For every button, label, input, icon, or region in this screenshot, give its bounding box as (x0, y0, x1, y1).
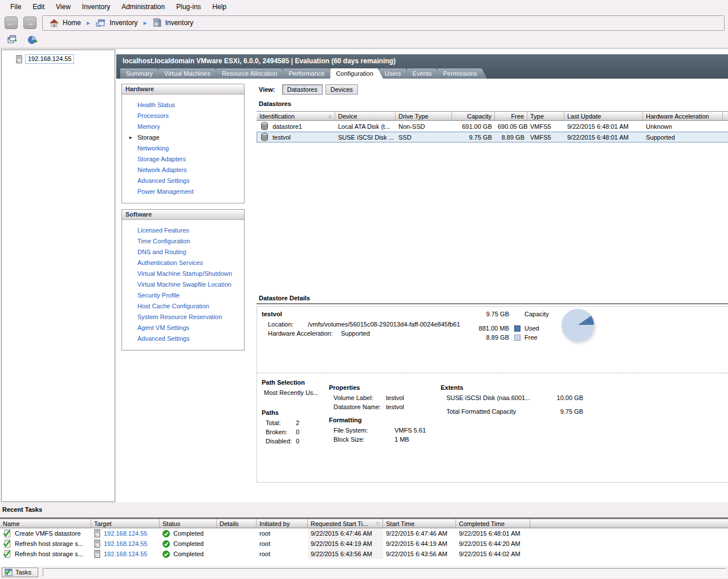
task-initiated-by-cell: root (257, 530, 308, 537)
datastores-column-header-free[interactable]: Free (495, 112, 527, 120)
tasks-column-header-name[interactable]: Name (0, 519, 91, 528)
datastores-column-header-capacity[interactable]: Capacity (452, 112, 495, 120)
menu-item-view[interactable]: View (50, 1, 76, 13)
back-button[interactable]: ← (5, 17, 18, 29)
recent-tasks-title: Recent Tasks (0, 503, 728, 513)
breadcrumb-separator-icon: ▶ (87, 21, 90, 26)
datastore-details-panel: testvol Location: /vmfs/volumes/56015c08… (257, 306, 728, 483)
breadcrumb-item-inventory-2[interactable]: Inventory (153, 18, 193, 27)
menu-item-help[interactable]: Help (207, 1, 233, 13)
datastores-column-header-hardware-acceleration[interactable]: Hardware Acceleration (643, 112, 723, 120)
hardware-link-networking[interactable]: Networking (122, 143, 244, 154)
tab-performance[interactable]: Performance (283, 68, 334, 79)
menu-item-administration[interactable]: Administration (116, 1, 170, 13)
software-link-time-configuration[interactable]: Time Configuration (122, 236, 244, 247)
task-target-link[interactable]: 192.168.124.55 (104, 540, 147, 547)
software-link-system-resource-reservation[interactable]: System Resource Reservation (122, 312, 244, 323)
recent-tasks-table: NameTargetStatusDetailsInitiated byReque… (0, 517, 728, 566)
datastore-cell-free: 690.05 GB (495, 123, 527, 130)
menu-item-inventory[interactable]: Inventory (76, 1, 116, 13)
tab-resource-allocation[interactable]: Resource Allocation (216, 68, 287, 79)
datastores-column-header-type[interactable]: Type (527, 112, 564, 120)
breadcrumb-item-inventory-1[interactable]: Inventory (96, 18, 137, 27)
tasks-column-header-requested-start-ti[interactable]: Requested Start Ti...▽ (308, 519, 383, 528)
tasks-column-header-details[interactable]: Details (217, 519, 257, 528)
datastore-row-testvol[interactable]: testvolSUSE iSCSI Disk ...SSD9.75 GB8.89… (257, 132, 728, 142)
host-icon (94, 529, 100, 537)
free-label: Free (524, 334, 538, 341)
task-target-link[interactable]: 192.168.124.55 (104, 551, 147, 557)
software-link-virtual-machine-startup-shutdown[interactable]: Virtual Machine Startup/Shutdown (122, 268, 244, 279)
software-link-security-profile[interactable]: Security Profile (122, 290, 244, 301)
task-target-link[interactable]: 192.168.124.55 (104, 530, 147, 537)
location-value: /vmfs/volumes/56015c08-292013d4-faff-002… (308, 321, 460, 328)
task-target-cell: 192.168.124.55 (91, 550, 160, 558)
details-summary-block: testvol Location: /vmfs/volumes/56015c08… (257, 307, 728, 373)
menu-item-file[interactable]: File (5, 1, 27, 13)
software-link-dns-and-routing[interactable]: DNS and Routing (122, 247, 244, 258)
paths-broken-label: Broken: (262, 427, 296, 437)
total-formatted-capacity-value: 9.75 GB (560, 407, 583, 416)
completed-icon (162, 530, 170, 537)
hardware-link-storage-adapters[interactable]: Storage Adapters (122, 154, 244, 165)
menu-item-plug-ins[interactable]: Plug-ins (170, 1, 206, 13)
tasks-column-header-initiated-by[interactable]: Initiated by (257, 519, 308, 528)
free-legend-swatch (514, 335, 520, 341)
tab-events[interactable]: Events (407, 68, 442, 79)
sort-ascending-icon: △ (328, 113, 332, 119)
tasks-column-header-start-time[interactable]: Start Time (383, 519, 456, 528)
view-button-devices[interactable]: Devices (326, 84, 358, 95)
datastores-column-header-drive-type[interactable]: Drive Type (396, 112, 452, 120)
task-start-time-cell: 9/22/2015 6:47:46 AM (383, 530, 456, 537)
hardware-link-processors[interactable]: Processors (122, 111, 244, 121)
software-link-advanced-settings[interactable]: Advanced Settings (122, 333, 244, 344)
datastore-icon (261, 133, 269, 141)
hardware-link-network-adapters[interactable]: Network Adapters (122, 165, 244, 176)
software-link-licensed-features[interactable]: Licensed Features (122, 225, 244, 236)
software-link-host-cache-configuration[interactable]: Host Cache Configuration (122, 301, 244, 312)
datastores-column-header-identification[interactable]: Identification△ (257, 112, 335, 120)
tree-item-host[interactable]: 192.168.124.55 (2, 50, 115, 64)
tasks-column-header-status[interactable]: Status (160, 519, 217, 528)
tasks-button[interactable]: Tasks (2, 568, 38, 577)
software-link-authentication-services[interactable]: Authentication Services (122, 258, 244, 268)
task-name-text: Refresh host storage s... (15, 540, 83, 547)
used-legend-swatch (514, 325, 520, 332)
tasks-column-header-completed-time[interactable]: Completed Time (456, 519, 530, 528)
hardware-link-advanced-settings[interactable]: Advanced Settings (122, 176, 244, 186)
tab-summary[interactable]: Summary (120, 68, 162, 79)
menu-item-edit[interactable]: Edit (27, 1, 50, 13)
extents-title: Extents (441, 384, 728, 391)
task-row-refresh-host-storage-s[interactable]: Refresh host storage s...192.168.124.55C… (0, 539, 728, 549)
hardware-link-storage[interactable]: Storage (122, 132, 244, 143)
tab-users[interactable]: Users (379, 68, 411, 79)
task-completed-time-cell: 9/22/2015 6:44:02 AM (456, 551, 530, 557)
hardware-link-power-management[interactable]: Power Management (122, 186, 244, 197)
sphere-add-icon[interactable] (27, 35, 38, 45)
tab-permissions[interactable]: Permissions (437, 68, 487, 79)
view-button-datastores[interactable]: Datastores (282, 84, 323, 95)
software-link-agent-vm-settings[interactable]: Agent VM Settings (122, 323, 244, 333)
sort-descending-icon: ▽ (376, 521, 380, 526)
tab-virtual-machines[interactable]: Virtual Machines (158, 68, 220, 79)
task-row-create-vmfs-datastore[interactable]: Create VMFS datastore192.168.124.55Compl… (0, 528, 728, 539)
software-link-virtual-machine-swapfile-location[interactable]: Virtual Machine Swapfile Location (122, 279, 244, 290)
tasks-column-header-target[interactable]: Target (91, 519, 160, 528)
breadcrumb-item-home-0[interactable]: Home (50, 19, 81, 27)
task-status-cell: Completed (160, 551, 217, 558)
hardware-panel: Hardware Health StatusProcessorsMemorySt… (121, 84, 245, 203)
forward-button[interactable]: → (23, 17, 36, 29)
datastore-row-datastore1[interactable]: datastore1Local ATA Disk (t...Non-SSD691… (257, 121, 728, 132)
tree-host-label[interactable]: 192.168.124.55 (25, 54, 74, 64)
window-add-icon[interactable] (7, 35, 18, 45)
task-row-refresh-host-storage-s[interactable]: Refresh host storage s...192.168.124.55C… (0, 549, 728, 559)
datastore-cell-hardware-acceleration: Supported (643, 134, 723, 141)
hardware-link-health-status[interactable]: Health Status (122, 100, 244, 111)
tab-configuration[interactable]: Configuration (330, 68, 383, 79)
volume-label-value: testvol (386, 393, 404, 402)
status-bar: Tasks (0, 566, 728, 578)
host-icon (94, 540, 100, 548)
datastores-column-header-last-update[interactable]: Last Update (564, 112, 643, 120)
datastores-column-header-device[interactable]: Device (335, 112, 396, 120)
hardware-link-memory[interactable]: Memory (122, 121, 244, 132)
